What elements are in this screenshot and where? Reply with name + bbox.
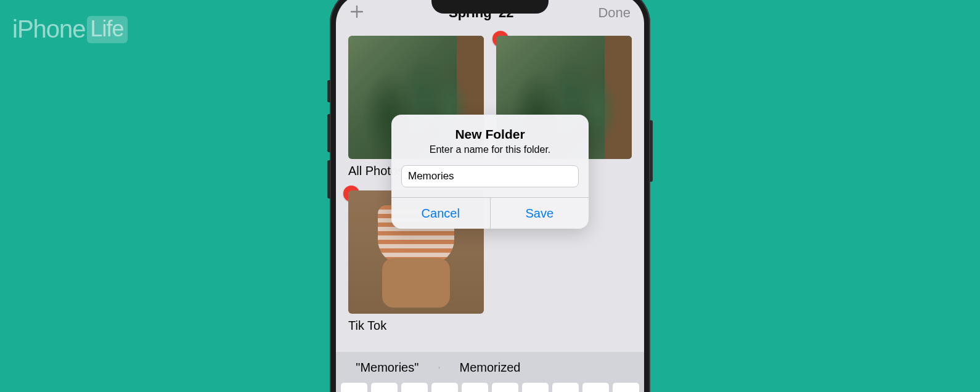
new-folder-dialog: New Folder Enter a name for this folder.… (391, 115, 589, 229)
keyboard-key-row (336, 383, 644, 392)
phone-notch (431, 0, 549, 14)
dialog-subtitle: Enter a name for this folder. (391, 144, 589, 165)
keyboard-key[interactable] (401, 383, 428, 392)
watermark-text-2: Life (87, 16, 128, 43)
phone-frame: Spring '22 Done All Photos Tik Tok (330, 0, 650, 392)
volume-down-button (327, 160, 330, 198)
keyboard-key[interactable] (341, 383, 367, 392)
keyboard-key[interactable] (371, 383, 398, 392)
keyboard-key[interactable] (492, 383, 518, 392)
keyboard-key[interactable] (582, 383, 609, 392)
power-button (650, 120, 653, 182)
keyboard-suggestion[interactable]: "Memories" (336, 361, 439, 375)
keyboard-key[interactable] (613, 383, 639, 392)
watermark-text-1: iPhone (12, 15, 86, 43)
keyboard-key[interactable] (522, 383, 549, 392)
save-button[interactable]: Save (490, 198, 589, 229)
keyboard-suggestion[interactable]: Memorized (439, 361, 542, 375)
volume-up-button (327, 114, 330, 152)
folder-name-input[interactable] (401, 165, 579, 187)
keyboard-key[interactable] (552, 383, 579, 392)
cancel-button[interactable]: Cancel (391, 198, 490, 229)
watermark-logo: iPhone Life (12, 15, 128, 43)
keyboard-key[interactable] (431, 383, 458, 392)
keyboard-suggestion-bar: "Memories" Memorized (336, 352, 644, 383)
dialog-title: New Folder (391, 115, 589, 144)
keyboard-key[interactable] (462, 383, 488, 392)
mute-switch (327, 80, 330, 102)
dialog-button-row: Cancel Save (391, 197, 589, 229)
phone-screen: Spring '22 Done All Photos Tik Tok (336, 0, 644, 392)
